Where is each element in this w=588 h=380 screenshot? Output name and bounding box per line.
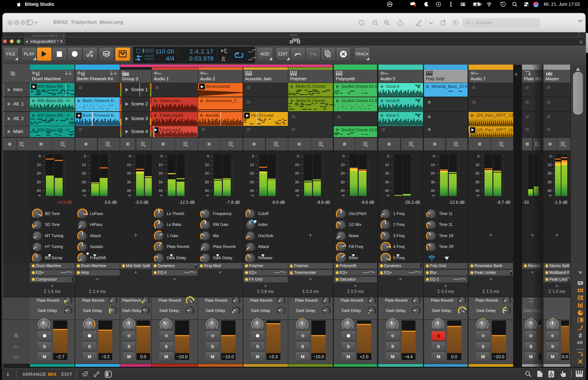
svg-text:W: W	[90, 54, 93, 57]
